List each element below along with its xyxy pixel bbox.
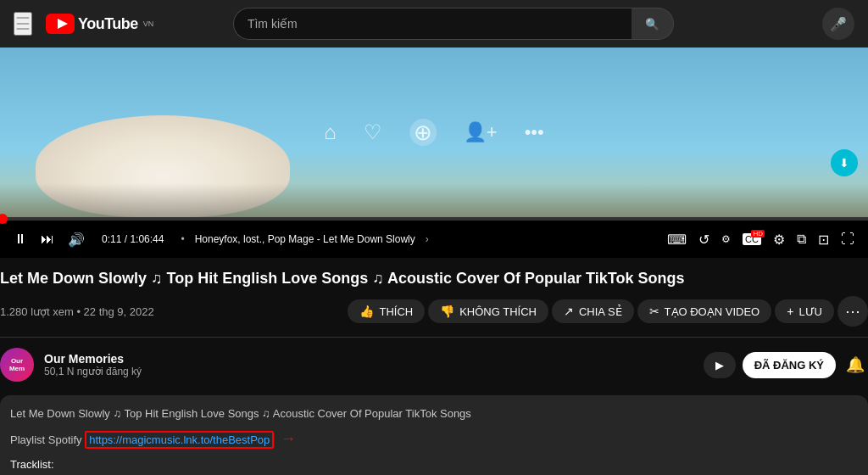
arrow-annotation: → <box>281 430 296 447</box>
share-icon: ↗ <box>564 305 574 318</box>
progress-bar[interactable] <box>0 217 868 221</box>
time-separator: • <box>181 233 184 245</box>
theatre-button[interactable]: ⧉ <box>793 230 810 249</box>
video-player: ⌂ ♡ ⊕ 👤+ ••• ⬇ ⏸ ⏭ 🔊 0:11 / 1:06:44 • Ho… <box>0 48 868 258</box>
video-description[interactable]: Let Me Down Slowly ♫ Top Hit English Lov… <box>0 395 868 475</box>
save-label: LƯU <box>798 305 822 318</box>
more-actions-button[interactable]: ⋯ <box>837 296 868 327</box>
track-name: Honeyfox, lost., Pop Mage - Let Me Down … <box>195 233 415 245</box>
top-navigation: ☰ YouTubeVN 🔍 🎤 <box>0 0 868 48</box>
youtube-logo[interactable]: YouTubeVN <box>46 14 153 34</box>
heart-overlay-icon[interactable]: ♡ <box>364 120 382 144</box>
thumbs-up-icon: 👍 <box>359 305 374 318</box>
dislike-button[interactable]: 👎 KHÔNG THÍCH <box>428 299 548 323</box>
search-button[interactable]: 🔍 <box>632 8 674 40</box>
pause-icon: ⏸ <box>14 232 27 247</box>
controls-right: ⌨ ↺ ⚙ CCHD ⚙ ⧉ ⊡ ⛶ <box>664 230 858 249</box>
channel-subs: 50,1 N người đăng ký <box>44 366 142 377</box>
like-button[interactable]: 👍 THÍCH <box>348 299 425 323</box>
volume-icon: 🔊 <box>68 232 85 248</box>
desc-line-1: Let Me Down Slowly ♫ Top Hit English Lov… <box>10 405 858 423</box>
share-label: CHIA SẺ <box>579 305 622 318</box>
fullscreen-button[interactable]: ⛶ <box>837 230 858 249</box>
youtube-logo-icon <box>46 14 75 34</box>
channel-videos-button[interactable]: ▶ <box>704 352 736 378</box>
time-total: 1:06:44 <box>130 233 164 245</box>
youtube-vn-badge: VN <box>143 20 154 28</box>
svg-marker-0 <box>58 19 68 29</box>
bell-icon: 🔔 <box>846 356 865 373</box>
subscribe-button[interactable]: ĐÃ ĐĂNG KÝ <box>743 352 836 378</box>
action-buttons: 👍 THÍCH 👎 KHÔNG THÍCH ↗ CHIA SẺ ✂ TẠO ĐO… <box>348 296 868 327</box>
theatre-icon: ⧉ <box>797 232 806 247</box>
autoplay-button[interactable]: ⚙ <box>718 232 734 247</box>
channel-name[interactable]: Our Memories <box>44 352 142 366</box>
channel-row: OurMem Our Memories 50,1 N người đăng ký… <box>0 337 868 392</box>
video-overlay-icons: ⌂ ♡ ⊕ 👤+ ••• <box>324 119 543 146</box>
search-bar: 🔍 <box>233 8 674 40</box>
channel-info: Our Memories 50,1 N người đăng ký <box>44 352 142 377</box>
tracklist-label: Tracklist: <box>10 456 858 474</box>
subtitles-button[interactable]: CCHD <box>739 232 765 247</box>
more-dots-icon: ⋯ <box>845 302 860 321</box>
channel-right: ▶ ĐÃ ĐĂNG KÝ 🔔 <box>704 352 868 378</box>
add-overlay-icon[interactable]: ⊕ <box>409 119 437 146</box>
clip-label: TẠO ĐOẠN VIDEO <box>665 305 760 318</box>
home-overlay-icon[interactable]: ⌂ <box>324 120 337 144</box>
video-meta-row: 1.280 lượt xem • 22 thg 9, 2022 👍 THÍCH … <box>0 296 868 327</box>
settings-icon: ⚙ <box>773 232 785 248</box>
like-label: THÍCH <box>379 305 413 318</box>
time-display: 0:11 / 1:06:44 <box>102 233 164 245</box>
more-overlay-icon[interactable]: ••• <box>525 121 544 143</box>
save-button[interactable]: + LƯU <box>775 299 834 323</box>
play-icon <box>53 19 68 29</box>
miniplayer-button[interactable]: ⊡ <box>815 230 832 249</box>
share-button[interactable]: ↗ CHIA SẺ <box>552 299 634 323</box>
autoplay-icon: ⚙ <box>721 233 731 245</box>
microphone-button[interactable]: 🎤 <box>822 8 854 40</box>
playlist-label: Playlist Spotify <box>10 433 82 446</box>
time-current: 0:11 <box>102 233 121 245</box>
notification-bell-button[interactable]: 🔔 <box>843 352 868 377</box>
clip-button[interactable]: ✂ TẠO ĐOẠN VIDEO <box>637 299 772 323</box>
mic-icon: 🎤 <box>830 16 847 32</box>
miniplayer-icon: ⊡ <box>818 232 829 248</box>
channel-avatar[interactable]: OurMem <box>0 348 34 382</box>
channel-left: OurMem Our Memories 50,1 N người đăng ký <box>0 348 142 382</box>
keyboard-button[interactable]: ⌨ <box>664 230 690 249</box>
play-icon-small: ▶ <box>715 359 724 372</box>
video-thumbnail[interactable]: ⌂ ♡ ⊕ 👤+ ••• ⬇ <box>0 48 868 217</box>
volume-button[interactable]: 🔊 <box>64 230 88 249</box>
video-info-section: Let Me Down Slowly ♫ Top Hit English Lov… <box>0 258 868 475</box>
search-input[interactable] <box>233 8 632 40</box>
bottom-gradient <box>0 183 868 217</box>
rotate-button[interactable]: ↺ <box>695 230 713 249</box>
nav-right: 🎤 <box>822 8 854 40</box>
nav-left: ☰ YouTubeVN <box>14 12 153 36</box>
rotate-icon: ↺ <box>698 232 709 248</box>
fullscreen-icon: ⛶ <box>841 232 854 247</box>
controls-bar: ⏸ ⏭ 🔊 0:11 / 1:06:44 • Honeyfox, lost., … <box>0 221 868 258</box>
thumbs-down-icon: 👎 <box>440 305 454 318</box>
track-chevron[interactable]: › <box>426 233 429 245</box>
download-button[interactable]: ⬇ <box>831 149 858 176</box>
download-icon: ⬇ <box>839 156 849 170</box>
video-stats: 1.280 lượt xem • 22 thg 9, 2022 <box>0 305 154 318</box>
video-title: Let Me Down Slowly ♫ Top Hit English Lov… <box>0 268 868 289</box>
scissors-icon: ✂ <box>649 305 659 318</box>
pause-button[interactable]: ⏸ <box>10 230 31 249</box>
settings-button[interactable]: ⚙ <box>770 230 788 249</box>
desc-playlist-line: Playlist Spotify https://magicmusic.lnk.… <box>10 427 858 451</box>
next-button[interactable]: ⏭ <box>37 230 58 249</box>
next-icon: ⏭ <box>41 232 54 247</box>
youtube-logo-text: YouTube <box>78 15 138 33</box>
avatar-text: OurMem <box>9 357 25 373</box>
plus-icon: + <box>787 305 793 318</box>
subtitles-icon: CCHD <box>743 233 761 245</box>
add-person-overlay-icon[interactable]: 👤+ <box>464 121 498 143</box>
hamburger-menu-button[interactable]: ☰ <box>14 12 32 36</box>
dislike-label: KHÔNG THÍCH <box>459 305 537 318</box>
search-icon: 🔍 <box>645 18 659 31</box>
keyboard-icon: ⌨ <box>667 232 687 248</box>
playlist-link[interactable]: https://magicmusic.lnk.to/theBestPop <box>85 431 274 449</box>
